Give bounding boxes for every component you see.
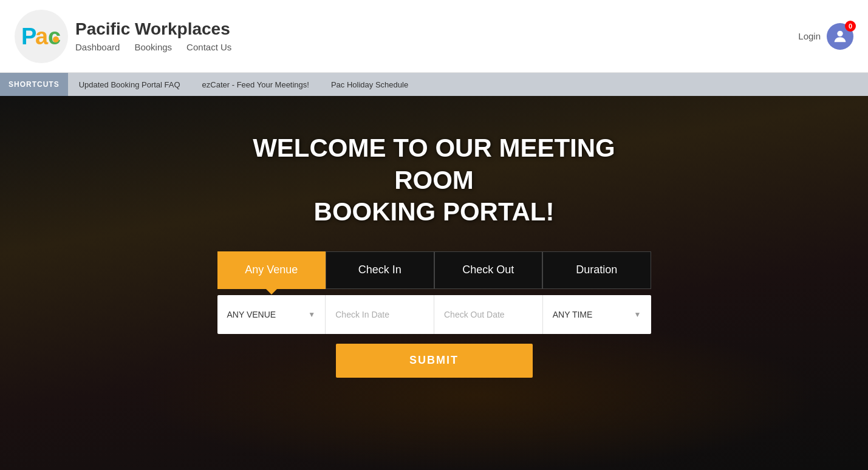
booking-form-row: ANY VENUE ▼ Check In Date Check Out Date… — [217, 295, 651, 334]
tab-check-out[interactable]: Check Out — [434, 251, 543, 289]
time-value: ANY TIME — [553, 310, 630, 319]
nav-contact[interactable]: Contact Us — [186, 42, 231, 52]
logo-area: P a c Pacific Workplaces Dashboard Booki… — [15, 10, 231, 63]
avatar-wrap: 0 — [827, 23, 853, 50]
hero-section: WELCOME TO OUR MEETING ROOM BOOKING PORT… — [0, 96, 868, 470]
svg-point-3 — [53, 36, 59, 43]
nav-bookings[interactable]: Bookings — [134, 42, 172, 52]
user-icon — [832, 28, 849, 45]
venue-field[interactable]: ANY VENUE ▼ — [217, 295, 326, 334]
brand-area: Pacific Workplaces Dashboard Bookings Co… — [75, 20, 231, 53]
check-in-placeholder: Check In Date — [335, 310, 424, 319]
hero-title: WELCOME TO OUR MEETING ROOM BOOKING PORT… — [216, 132, 653, 228]
tab-duration[interactable]: Duration — [542, 251, 651, 289]
svg-text:a: a — [35, 24, 49, 49]
time-dropdown-arrow: ▼ — [634, 310, 641, 319]
login-button[interactable]: Login — [798, 31, 821, 41]
logo-circle: P a c — [15, 10, 68, 63]
hero-title-line1: WELCOME TO OUR MEETING ROOM — [253, 134, 615, 194]
submit-row: SUBMIT — [217, 344, 651, 378]
nav-dashboard[interactable]: Dashboard — [75, 42, 120, 52]
tab-any-venue[interactable]: Any Venue — [217, 251, 326, 289]
time-field[interactable]: ANY TIME ▼ — [543, 295, 651, 334]
svg-text:c: c — [48, 24, 61, 49]
booking-tabs: Any Venue Check In Check Out Duration — [217, 251, 651, 289]
pac-logo-icon: P a c — [20, 21, 63, 52]
brand-name: Pacific Workplaces — [75, 20, 231, 39]
svg-point-4 — [837, 30, 842, 36]
nav-links: Dashboard Bookings Contact Us — [75, 42, 231, 52]
check-out-placeholder: Check Out Date — [444, 310, 533, 319]
check-in-field[interactable]: Check In Date — [326, 295, 434, 334]
svg-text:P: P — [21, 24, 36, 49]
header-right: Login 0 — [798, 23, 853, 50]
tab-check-in[interactable]: Check In — [326, 251, 434, 289]
venue-dropdown-arrow: ▼ — [308, 310, 315, 319]
header: P a c Pacific Workplaces Dashboard Booki… — [0, 0, 868, 73]
hero-content: WELCOME TO OUR MEETING ROOM BOOKING PORT… — [0, 96, 868, 378]
booking-widget: Any Venue Check In Check Out Duration AN… — [217, 251, 651, 378]
shortcut-ezcater[interactable]: ezCater - Feed Your Meetings! — [191, 73, 320, 96]
notification-badge: 0 — [845, 21, 856, 32]
shortcut-faq[interactable]: Updated Booking Portal FAQ — [68, 73, 191, 96]
hero-title-line2: BOOKING PORTAL! — [314, 197, 555, 226]
venue-value: ANY VENUE — [227, 310, 305, 319]
shortcuts-label: SHORTCUTS — [0, 73, 68, 96]
shortcut-holiday[interactable]: Pac Holiday Schedule — [320, 73, 419, 96]
check-out-field[interactable]: Check Out Date — [434, 295, 543, 334]
shortcuts-bar: SHORTCUTS Updated Booking Portal FAQ ezC… — [0, 73, 868, 96]
submit-button[interactable]: SUBMIT — [336, 344, 533, 378]
